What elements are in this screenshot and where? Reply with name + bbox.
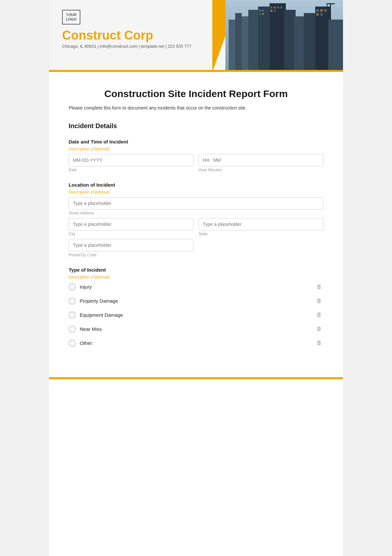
location-optional: Description (Optional)	[69, 190, 323, 194]
date-sublabel: Date	[69, 168, 193, 172]
svg-rect-16	[270, 7, 272, 8]
delete-icon-near-miss[interactable]: 🗑	[315, 324, 323, 334]
city-state-row: City State	[69, 218, 323, 236]
zip-sublabel: Postal/Zip Code	[69, 253, 193, 257]
radio-left-near-miss: Near Miss	[69, 326, 102, 333]
svg-rect-5	[258, 7, 271, 72]
svg-rect-11	[328, 20, 343, 72]
zip-col: Postal/Zip Code	[69, 239, 193, 257]
svg-rect-13	[262, 10, 264, 11]
svg-rect-24	[324, 9, 327, 12]
radio-label-equipment-damage: Equipment Damage	[80, 312, 123, 318]
svg-rect-14	[259, 13, 261, 15]
time-sublabel: Hour Minutes	[199, 168, 323, 172]
radio-option-property-damage: Property Damage 🗑	[69, 296, 323, 306]
delete-icon-equipment-damage[interactable]: 🗑	[315, 310, 323, 320]
svg-rect-12	[259, 10, 261, 11]
date-input[interactable]	[69, 154, 193, 166]
city-skyline-svg	[225, 0, 343, 72]
city-image	[225, 0, 343, 72]
incident-type-label: Type of Incident	[69, 267, 323, 273]
svg-rect-6	[270, 3, 286, 72]
svg-rect-8	[294, 16, 304, 72]
logo: YOUR LOGO	[62, 10, 80, 25]
radio-circle-equipment-damage[interactable]	[69, 312, 76, 319]
radio-left-other: Other:	[69, 340, 93, 347]
city-sublabel: City	[69, 232, 193, 236]
zip-input[interactable]	[69, 239, 193, 251]
date-time-group: Date and Time of Incident Description (O…	[69, 139, 323, 172]
svg-rect-10	[315, 7, 330, 72]
date-time-row: Date Hour Minutes	[69, 154, 323, 172]
svg-rect-21	[274, 10, 276, 12]
svg-rect-9	[304, 13, 317, 72]
location-label: Location of Incident	[69, 182, 323, 188]
radio-left-property-damage: Property Damage	[69, 297, 118, 305]
svg-rect-7	[284, 10, 296, 72]
section-incident-details-title: Incident Details	[69, 122, 323, 131]
form-description: Please complete this form to document an…	[69, 105, 323, 110]
delete-icon-injury[interactable]: 🗑	[315, 282, 323, 292]
header-image-area	[212, 0, 343, 72]
incident-type-optional: Description (Optional)	[69, 275, 323, 279]
page: YOUR LOGO Construct Corp Chicago, IL 606…	[49, 0, 343, 556]
svg-rect-20	[270, 10, 272, 12]
zip-row: Postal/Zip Code	[69, 239, 323, 257]
content: Construction Site Incident Report Form P…	[49, 72, 343, 377]
location-group: Location of Incident Description (Option…	[69, 182, 323, 257]
radio-circle-near-miss[interactable]	[69, 326, 76, 333]
state-sublabel: State	[199, 232, 323, 236]
radio-label-property-damage: Property Damage	[80, 298, 118, 304]
date-time-optional: Description (Optional)	[69, 146, 323, 151]
street-sublabel: Street Address	[69, 211, 323, 215]
delete-icon-other[interactable]: 🗑	[315, 338, 323, 348]
svg-rect-17	[274, 7, 276, 8]
incident-type-group: Type of Incident Description (Optional) …	[69, 267, 323, 348]
radio-label-injury: Injury	[80, 284, 92, 290]
svg-rect-19	[280, 7, 282, 8]
radio-option-near-miss: Near Miss 🗑	[69, 324, 323, 334]
svg-rect-27	[330, 3, 331, 20]
svg-rect-23	[320, 9, 323, 12]
date-col: Date	[69, 154, 193, 172]
svg-rect-22	[316, 9, 319, 12]
form-title: Construction Site Incident Report Form	[69, 88, 323, 99]
city-col: City	[69, 218, 193, 236]
svg-rect-25	[316, 13, 319, 16]
svg-rect-18	[277, 7, 279, 8]
svg-rect-15	[262, 13, 264, 15]
radio-circle-other[interactable]	[69, 340, 76, 347]
header: YOUR LOGO Construct Corp Chicago, IL 606…	[49, 0, 343, 72]
radio-label-other: Other:	[80, 340, 93, 346]
state-input[interactable]	[199, 218, 323, 230]
company-name: Construct Corp	[62, 28, 191, 42]
delete-icon-property-damage[interactable]: 🗑	[315, 296, 323, 306]
radio-circle-injury[interactable]	[69, 283, 76, 291]
state-col: State	[199, 218, 323, 236]
time-col: Hour Minutes	[199, 154, 323, 172]
svg-rect-29	[327, 4, 327, 9]
company-info: Chicago, IL 60631 | info@construct.com |…	[62, 44, 191, 49]
radio-circle-property-damage[interactable]	[69, 297, 76, 305]
radio-label-near-miss: Near Miss	[80, 326, 102, 332]
svg-rect-28	[327, 3, 335, 4]
street-col: Street Address	[69, 197, 323, 215]
radio-option-other: Other: 🗑	[69, 338, 323, 348]
radio-option-equipment-damage: Equipment Damage 🗑	[69, 310, 323, 320]
radio-left-equipment-damage: Equipment Damage	[69, 312, 123, 319]
street-input[interactable]	[69, 197, 323, 210]
city-input[interactable]	[69, 218, 193, 230]
svg-rect-26	[320, 13, 323, 16]
radio-option-injury: Injury 🗑	[69, 282, 323, 292]
svg-rect-4	[248, 10, 260, 72]
footer-divider	[49, 377, 343, 379]
time-input[interactable]	[199, 154, 323, 166]
header-left: YOUR LOGO Construct Corp Chicago, IL 606…	[62, 10, 191, 49]
date-time-label: Date and Time of Incident	[69, 139, 323, 144]
radio-left-injury: Injury	[69, 283, 92, 291]
svg-rect-2	[235, 13, 242, 72]
